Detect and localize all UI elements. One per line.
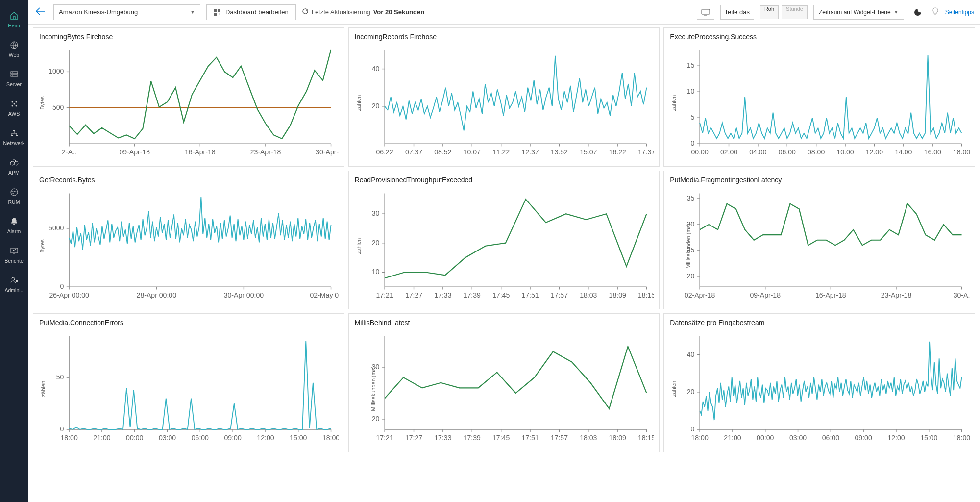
svg-text:21:00: 21:00: [93, 434, 110, 442]
edit-dashboard-button[interactable]: + Dashboard bearbeiten: [206, 4, 296, 20]
svg-text:16-Apr-18: 16-Apr-18: [185, 148, 216, 156]
svg-text:35: 35: [687, 194, 695, 202]
chevron-down-icon: ▼: [190, 9, 195, 15]
widget-w5[interactable]: ReadProvisionedThroughputExceeded zählen…: [348, 171, 660, 310]
nav-berichte[interactable]: Berichte: [0, 240, 28, 270]
widget-w6[interactable]: PutMedia.FragmentingestionLatency Millis…: [663, 171, 975, 310]
svg-text:500: 500: [52, 103, 64, 111]
timerange-label: Zeitraum auf Widget-Ebene: [819, 9, 891, 16]
dark-mode-button[interactable]: [910, 5, 926, 20]
nav-server[interactable]: Server: [0, 64, 28, 93]
svg-rect-12: [16, 135, 18, 136]
chevron-down-icon: ▼: [894, 9, 899, 15]
svg-text:17:51: 17:51: [521, 291, 539, 299]
nav-label: Server: [6, 81, 22, 87]
refresh-status: Letzte Aktualisierung Vor 20 Sekunden: [302, 8, 424, 16]
svg-text:12:00: 12:00: [866, 148, 883, 156]
svg-rect-11: [11, 135, 13, 136]
share-label: Teile das: [725, 8, 750, 16]
svg-text:00:00: 00:00: [757, 434, 774, 442]
svg-rect-2: [11, 75, 18, 76]
svg-text:11:22: 11:22: [492, 148, 510, 156]
nav-heim[interactable]: Heim: [0, 5, 28, 34]
page-tips-link[interactable]: Seitentipps: [945, 9, 974, 16]
svg-text:17:57: 17:57: [550, 291, 567, 299]
raw-toggle[interactable]: Roh: [760, 5, 779, 19]
svg-rect-1: [11, 72, 18, 74]
widget-w2[interactable]: IncomingRecords Firehose zählen 2040 06:…: [348, 27, 660, 167]
tv-mode-button[interactable]: [697, 5, 714, 20]
chart-svg: 102030 17:2117:2717:3317:3917:4517:5117:…: [352, 187, 655, 305]
lightbulb-icon[interactable]: [931, 7, 939, 17]
refresh-icon[interactable]: [302, 8, 309, 16]
nav-label: RUM: [8, 199, 20, 205]
svg-text:21:00: 21:00: [724, 434, 741, 442]
svg-text:16:22: 16:22: [609, 148, 626, 156]
environment-select[interactable]: Amazon Kinesis-Umgebung ▼: [53, 4, 200, 20]
widget-w8[interactable]: MillisBehindLatest Millisekunden (ms) 20…: [348, 313, 660, 452]
svg-text:1000: 1000: [49, 67, 64, 75]
svg-text:15: 15: [687, 61, 695, 69]
svg-text:20: 20: [687, 272, 695, 280]
refresh-label: Letzte Aktualisierung: [312, 8, 370, 16]
svg-text:17:57: 17:57: [550, 434, 567, 442]
svg-text:09:00: 09:00: [855, 434, 872, 442]
svg-text:10: 10: [371, 268, 379, 276]
svg-text:02-May 00:00: 02-May 00:00: [310, 291, 339, 299]
svg-text:12:37: 12:37: [521, 148, 539, 156]
share-button[interactable]: Teile das: [720, 5, 754, 20]
widget-w3[interactable]: ExecuteProcessing.Success zählen 051015 …: [663, 27, 975, 167]
svg-text:15:00: 15:00: [290, 434, 307, 442]
svg-rect-18: [702, 9, 710, 14]
widget-w9[interactable]: Datensätze pro Eingabestream zählen 0204…: [663, 313, 975, 452]
svg-text:0: 0: [60, 425, 64, 433]
timerange-select[interactable]: Zeitraum auf Widget-Ebene ▼: [813, 5, 904, 20]
widget-title: IncomingRecords Firehose: [349, 28, 660, 44]
svg-text:50: 50: [56, 374, 64, 381]
nav-label: APM: [8, 170, 20, 176]
hour-toggle[interactable]: Stunde: [782, 5, 808, 19]
svg-point-8: [15, 105, 17, 107]
widget-w1[interactable]: IncomingBytes Firehose Bytes 5001000 2-A…: [33, 27, 344, 167]
nav-alarm[interactable]: Alarm: [0, 211, 28, 240]
svg-text:00:00: 00:00: [126, 434, 143, 442]
svg-text:09-Apr-18: 09-Apr-18: [750, 291, 781, 299]
svg-rect-10: [13, 130, 15, 131]
widget-w7[interactable]: PutMedia.ConnectionErrors zählen 050 18:…: [33, 313, 344, 452]
nav-rum[interactable]: RUM: [0, 181, 28, 211]
nav-apm[interactable]: APM: [0, 152, 28, 181]
nav-netzwerk[interactable]: Netzwerk: [0, 123, 28, 152]
svg-point-7: [11, 105, 13, 107]
topbar: Amazon Kinesis-Umgebung ▼ + Dashboard be…: [28, 0, 980, 25]
svg-text:07:37: 07:37: [405, 148, 422, 156]
svg-text:0: 0: [691, 139, 695, 147]
svg-text:06:00: 06:00: [779, 148, 796, 156]
widget-w4[interactable]: GetRecords.Bytes Bytes 05000 26-Apr 00:0…: [33, 171, 344, 310]
nav-aws[interactable]: AWS: [0, 93, 28, 123]
svg-text:20: 20: [371, 415, 379, 423]
chart-svg: 2040 06:2207:3708:5210:0711:2212:3713:52…: [352, 44, 655, 162]
nav-web[interactable]: Web: [0, 34, 28, 64]
svg-text:17:39: 17:39: [463, 291, 480, 299]
world-icon: [9, 187, 19, 197]
back-button[interactable]: [34, 5, 48, 19]
svg-text:17:21: 17:21: [376, 434, 393, 442]
svg-text:30: 30: [371, 209, 379, 217]
svg-text:17:33: 17:33: [434, 291, 451, 299]
y-axis-label: zählen: [671, 381, 677, 397]
nav-admini[interactable]: Admini..: [0, 270, 28, 299]
data-mode-toggle: Roh Stunde: [760, 5, 808, 19]
y-axis-label: Bytes: [39, 239, 45, 253]
svg-text:20: 20: [687, 388, 695, 396]
chart-svg: 050 18:0021:0000:0003:0006:0009:0012:001…: [36, 329, 339, 448]
svg-text:17:27: 17:27: [405, 434, 422, 442]
widget-title: GetRecords.Bytes: [33, 171, 344, 187]
svg-point-17: [12, 277, 15, 280]
svg-text:18:00: 18:00: [61, 434, 78, 442]
server-icon: [9, 70, 19, 79]
svg-text:18:00: 18:00: [953, 148, 970, 156]
chart-svg: 02040 18:0021:0000:0003:0006:0009:0012:0…: [667, 329, 970, 448]
svg-text:10: 10: [687, 87, 695, 95]
svg-text:08:00: 08:00: [808, 148, 825, 156]
svg-text:17:27: 17:27: [405, 291, 422, 299]
